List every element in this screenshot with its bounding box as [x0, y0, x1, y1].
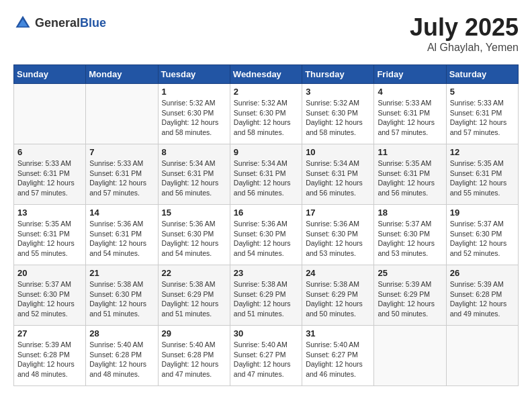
calendar-cell: 22Sunrise: 5:38 AM Sunset: 6:29 PM Dayli… — [158, 265, 230, 326]
calendar-week-0: 1Sunrise: 5:32 AM Sunset: 6:30 PM Daylig… — [14, 84, 519, 144]
day-detail: Sunrise: 5:35 AM Sunset: 6:31 PM Dayligh… — [450, 158, 515, 198]
calendar-cell: 30Sunrise: 5:40 AM Sunset: 6:27 PM Dayli… — [230, 326, 302, 386]
day-detail: Sunrise: 5:37 AM Sunset: 6:30 PM Dayligh… — [17, 279, 82, 319]
calendar-cell — [446, 326, 518, 386]
day-number: 8 — [162, 147, 226, 157]
calendar-cell: 8Sunrise: 5:34 AM Sunset: 6:31 PM Daylig… — [158, 144, 230, 205]
day-number: 14 — [89, 208, 154, 218]
calendar-table: SundayMondayTuesdayWednesdayThursdayFrid… — [13, 64, 519, 386]
calendar-cell — [86, 84, 158, 144]
day-number: 13 — [17, 208, 82, 218]
day-number: 18 — [378, 208, 442, 218]
logo-icon — [13, 13, 32, 32]
calendar-cell: 1Sunrise: 5:32 AM Sunset: 6:30 PM Daylig… — [158, 84, 230, 144]
calendar-week-1: 6Sunrise: 5:33 AM Sunset: 6:31 PM Daylig… — [14, 144, 519, 205]
day-number: 25 — [378, 268, 442, 278]
day-number: 7 — [89, 147, 154, 157]
day-detail: Sunrise: 5:34 AM Sunset: 6:31 PM Dayligh… — [162, 158, 226, 198]
calendar-cell: 9Sunrise: 5:34 AM Sunset: 6:31 PM Daylig… — [230, 144, 302, 205]
day-detail: Sunrise: 5:39 AM Sunset: 6:29 PM Dayligh… — [378, 279, 442, 319]
calendar-cell: 10Sunrise: 5:34 AM Sunset: 6:31 PM Dayli… — [302, 144, 374, 205]
day-detail: Sunrise: 5:38 AM Sunset: 6:29 PM Dayligh… — [306, 279, 370, 319]
day-detail: Sunrise: 5:40 AM Sunset: 6:27 PM Dayligh… — [234, 340, 298, 379]
day-detail: Sunrise: 5:36 AM Sunset: 6:30 PM Dayligh… — [234, 219, 298, 259]
header-cell-saturday: Saturday — [446, 65, 518, 84]
day-detail: Sunrise: 5:36 AM Sunset: 6:30 PM Dayligh… — [306, 219, 370, 259]
day-number: 27 — [17, 328, 82, 338]
calendar-cell: 5Sunrise: 5:33 AM Sunset: 6:31 PM Daylig… — [446, 84, 518, 144]
day-detail: Sunrise: 5:39 AM Sunset: 6:28 PM Dayligh… — [17, 340, 82, 379]
day-detail: Sunrise: 5:34 AM Sunset: 6:31 PM Dayligh… — [234, 158, 298, 198]
calendar-cell: 6Sunrise: 5:33 AM Sunset: 6:31 PM Daylig… — [14, 144, 86, 205]
day-number: 29 — [162, 328, 226, 338]
day-number: 31 — [306, 328, 370, 338]
logo-text-general: General — [35, 16, 80, 30]
header-cell-sunday: Sunday — [14, 65, 86, 84]
day-detail: Sunrise: 5:37 AM Sunset: 6:30 PM Dayligh… — [378, 219, 442, 259]
calendar-cell — [14, 84, 86, 144]
calendar-week-3: 20Sunrise: 5:37 AM Sunset: 6:30 PM Dayli… — [14, 265, 519, 326]
day-number: 24 — [306, 268, 370, 278]
calendar-cell: 25Sunrise: 5:39 AM Sunset: 6:29 PM Dayli… — [374, 265, 446, 326]
day-detail: Sunrise: 5:33 AM Sunset: 6:31 PM Dayligh… — [17, 158, 82, 198]
logo: GeneralBlue — [13, 13, 106, 32]
day-detail: Sunrise: 5:35 AM Sunset: 6:31 PM Dayligh… — [378, 158, 442, 198]
calendar-cell: 2Sunrise: 5:32 AM Sunset: 6:30 PM Daylig… — [230, 84, 302, 144]
calendar-cell: 31Sunrise: 5:40 AM Sunset: 6:27 PM Dayli… — [302, 326, 374, 386]
day-detail: Sunrise: 5:33 AM Sunset: 6:31 PM Dayligh… — [89, 158, 154, 198]
calendar-cell: 20Sunrise: 5:37 AM Sunset: 6:30 PM Dayli… — [14, 265, 86, 326]
day-number: 20 — [17, 268, 82, 278]
calendar-body: 1Sunrise: 5:32 AM Sunset: 6:30 PM Daylig… — [14, 84, 519, 386]
header-cell-thursday: Thursday — [302, 65, 374, 84]
calendar-cell: 21Sunrise: 5:38 AM Sunset: 6:30 PM Dayli… — [86, 265, 158, 326]
day-number: 21 — [89, 268, 154, 278]
calendar-cell: 15Sunrise: 5:36 AM Sunset: 6:30 PM Dayli… — [158, 205, 230, 265]
calendar-header: SundayMondayTuesdayWednesdayThursdayFrid… — [14, 65, 519, 84]
day-detail: Sunrise: 5:34 AM Sunset: 6:31 PM Dayligh… — [306, 158, 370, 198]
calendar-week-4: 27Sunrise: 5:39 AM Sunset: 6:28 PM Dayli… — [14, 326, 519, 386]
calendar-cell: 4Sunrise: 5:33 AM Sunset: 6:31 PM Daylig… — [374, 84, 446, 144]
day-detail: Sunrise: 5:39 AM Sunset: 6:28 PM Dayligh… — [450, 279, 515, 319]
header-cell-wednesday: Wednesday — [230, 65, 302, 84]
calendar-cell: 23Sunrise: 5:38 AM Sunset: 6:29 PM Dayli… — [230, 265, 302, 326]
day-number: 11 — [378, 147, 442, 157]
day-number: 6 — [17, 147, 82, 157]
day-number: 16 — [234, 208, 298, 218]
day-number: 9 — [234, 147, 298, 157]
day-number: 15 — [162, 208, 226, 218]
day-number: 5 — [450, 87, 515, 97]
day-detail: Sunrise: 5:38 AM Sunset: 6:29 PM Dayligh… — [162, 279, 226, 319]
day-detail: Sunrise: 5:37 AM Sunset: 6:30 PM Dayligh… — [450, 219, 515, 259]
header-cell-monday: Monday — [86, 65, 158, 84]
day-detail: Sunrise: 5:40 AM Sunset: 6:28 PM Dayligh… — [162, 340, 226, 379]
calendar-cell: 18Sunrise: 5:37 AM Sunset: 6:30 PM Dayli… — [374, 205, 446, 265]
day-detail: Sunrise: 5:32 AM Sunset: 6:30 PM Dayligh… — [162, 98, 226, 138]
calendar-cell: 3Sunrise: 5:32 AM Sunset: 6:30 PM Daylig… — [302, 84, 374, 144]
calendar-cell: 13Sunrise: 5:35 AM Sunset: 6:31 PM Dayli… — [14, 205, 86, 265]
calendar-title: July 2025 — [410, 13, 519, 42]
calendar-cell: 26Sunrise: 5:39 AM Sunset: 6:28 PM Dayli… — [446, 265, 518, 326]
day-number: 1 — [162, 87, 226, 97]
calendar-cell: 19Sunrise: 5:37 AM Sunset: 6:30 PM Dayli… — [446, 205, 518, 265]
day-detail: Sunrise: 5:32 AM Sunset: 6:30 PM Dayligh… — [306, 98, 370, 138]
day-detail: Sunrise: 5:32 AM Sunset: 6:30 PM Dayligh… — [234, 98, 298, 138]
day-detail: Sunrise: 5:38 AM Sunset: 6:29 PM Dayligh… — [234, 279, 298, 319]
calendar-cell: 16Sunrise: 5:36 AM Sunset: 6:30 PM Dayli… — [230, 205, 302, 265]
calendar-cell: 17Sunrise: 5:36 AM Sunset: 6:30 PM Dayli… — [302, 205, 374, 265]
calendar-cell: 28Sunrise: 5:40 AM Sunset: 6:28 PM Dayli… — [86, 326, 158, 386]
logo-text-blue: Blue — [80, 16, 106, 30]
day-detail: Sunrise: 5:36 AM Sunset: 6:31 PM Dayligh… — [89, 219, 154, 259]
calendar-cell: 11Sunrise: 5:35 AM Sunset: 6:31 PM Dayli… — [374, 144, 446, 205]
day-detail: Sunrise: 5:35 AM Sunset: 6:31 PM Dayligh… — [17, 219, 82, 259]
title-block: July 2025 Al Ghaylah, Yemen — [410, 13, 519, 54]
day-detail: Sunrise: 5:38 AM Sunset: 6:30 PM Dayligh… — [89, 279, 154, 319]
calendar-cell: 7Sunrise: 5:33 AM Sunset: 6:31 PM Daylig… — [86, 144, 158, 205]
day-detail: Sunrise: 5:36 AM Sunset: 6:30 PM Dayligh… — [162, 219, 226, 259]
header-cell-tuesday: Tuesday — [158, 65, 230, 84]
day-detail: Sunrise: 5:40 AM Sunset: 6:28 PM Dayligh… — [89, 340, 154, 379]
day-detail: Sunrise: 5:33 AM Sunset: 6:31 PM Dayligh… — [378, 98, 442, 138]
day-number: 28 — [89, 328, 154, 338]
calendar-week-2: 13Sunrise: 5:35 AM Sunset: 6:31 PM Dayli… — [14, 205, 519, 265]
day-number: 26 — [450, 268, 515, 278]
calendar-cell: 27Sunrise: 5:39 AM Sunset: 6:28 PM Dayli… — [14, 326, 86, 386]
